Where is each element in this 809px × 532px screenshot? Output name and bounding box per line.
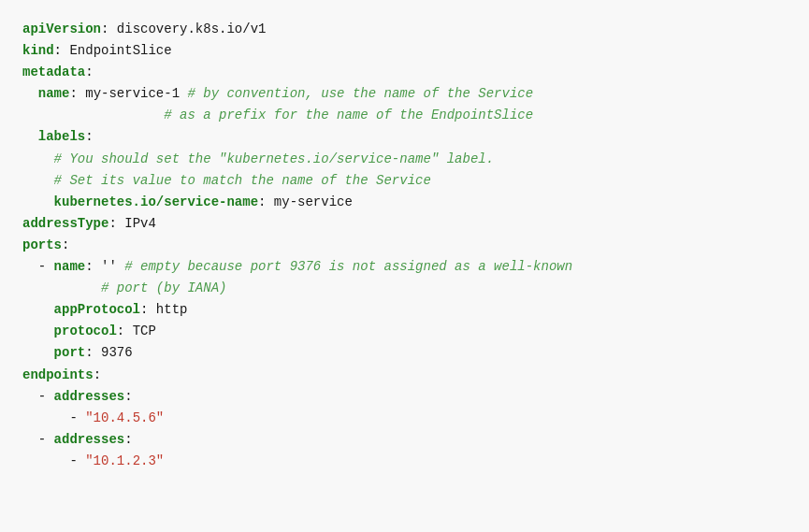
code-line: # as a prefix for the name of the Endpoi…	[22, 105, 787, 126]
code-plain	[22, 194, 54, 209]
code-plain	[22, 173, 54, 188]
code-line: kind: EndpointSlice	[22, 40, 787, 62]
code-key: labels	[38, 129, 85, 144]
code-line: ports:	[22, 235, 787, 256]
code-line: # Set its value to match the name of the…	[22, 170, 787, 192]
code-line: protocol: TCP	[22, 321, 787, 342]
code-key: kind	[22, 43, 54, 58]
code-line: # port (by IANA)	[22, 278, 787, 299]
code-plain: :	[54, 43, 70, 58]
code-plain	[22, 280, 101, 295]
code-line: - addresses:	[22, 429, 787, 451]
code-plain: : ''	[85, 259, 124, 274]
code-plain: discovery.k8s.io/v1	[117, 22, 267, 36]
code-plain: TCP	[133, 324, 156, 338]
code-line: port: 9376	[22, 342, 787, 364]
code-key: endpoints	[22, 367, 94, 382]
code-plain	[22, 151, 54, 166]
code-plain	[22, 324, 54, 338]
code-key: ports	[22, 237, 62, 252]
code-line: apiVersion: discovery.k8s.io/v1	[22, 19, 787, 40]
code-plain: :	[69, 86, 85, 101]
code-plain: :	[85, 345, 101, 360]
code-key: metadata	[22, 65, 85, 79]
code-line: endpoints:	[22, 365, 787, 386]
code-comment: # empty because port 9376 is not assigne…	[124, 259, 572, 274]
code-plain: -	[22, 410, 85, 425]
code-string-value: "10.1.2.3"	[85, 453, 164, 468]
code-plain: EndpointSlice	[69, 43, 171, 58]
code-plain: IPv4	[124, 216, 156, 231]
code-comment: # as a prefix for the name of the Endpoi…	[164, 108, 533, 122]
code-plain	[22, 302, 54, 317]
code-plain: :	[85, 65, 93, 79]
code-plain: my-service-1	[85, 86, 187, 101]
code-plain: my-service	[274, 194, 353, 209]
code-line: # You should set the "kubernetes.io/serv…	[22, 149, 787, 170]
code-key: protocol	[54, 324, 117, 338]
code-key: name	[38, 86, 70, 101]
code-plain: -	[22, 259, 54, 274]
code-string-value: "10.4.5.6"	[85, 410, 164, 425]
code-line: - "10.4.5.6"	[22, 408, 787, 429]
code-line: labels:	[22, 126, 787, 148]
code-line: - name: '' # empty because port 9376 is …	[22, 256, 787, 278]
code-plain: :	[258, 194, 274, 209]
code-plain: :	[85, 129, 93, 144]
code-line: name: my-service-1 # by convention, use …	[22, 83, 787, 105]
code-plain: :	[140, 302, 156, 317]
code-key: apiVersion	[22, 22, 101, 36]
code-block: apiVersion: discovery.k8s.io/v1kind: End…	[0, 0, 809, 532]
code-plain: :	[117, 324, 133, 338]
code-plain: :	[124, 389, 132, 404]
code-line: appProtocol: http	[22, 299, 787, 321]
code-comment: # You should set the "kubernetes.io/serv…	[54, 151, 494, 166]
code-line: kubernetes.io/service-name: my-service	[22, 192, 787, 213]
code-plain	[22, 108, 164, 122]
code-key: appProtocol	[54, 302, 140, 317]
code-plain: 9376	[101, 345, 133, 360]
code-plain: :	[124, 432, 132, 447]
code-plain: -	[22, 389, 54, 404]
code-line: - addresses:	[22, 386, 787, 408]
code-line: metadata:	[22, 62, 787, 83]
code-line: - "10.1.2.3"	[22, 451, 787, 472]
code-key: addressType	[22, 216, 108, 231]
code-plain: :	[94, 367, 101, 382]
code-comment: # port (by IANA)	[101, 280, 226, 295]
code-comment: # Set its value to match the name of the…	[54, 173, 431, 188]
code-plain	[22, 129, 38, 144]
code-plain: :	[62, 237, 69, 252]
code-plain: -	[22, 432, 54, 447]
code-plain: http	[156, 302, 188, 317]
code-line: addressType: IPv4	[22, 213, 787, 235]
code-plain: :	[101, 22, 117, 36]
code-plain: :	[108, 216, 124, 231]
code-plain	[22, 86, 38, 101]
code-key: port	[54, 345, 86, 360]
code-key: addresses	[54, 389, 125, 404]
code-key: name	[54, 259, 86, 274]
code-key: kubernetes.io/service-name	[54, 194, 258, 209]
code-plain	[22, 345, 54, 360]
code-comment: # by convention, use the name of the Ser…	[187, 86, 533, 101]
code-plain: -	[22, 453, 85, 468]
code-key: addresses	[54, 432, 125, 447]
